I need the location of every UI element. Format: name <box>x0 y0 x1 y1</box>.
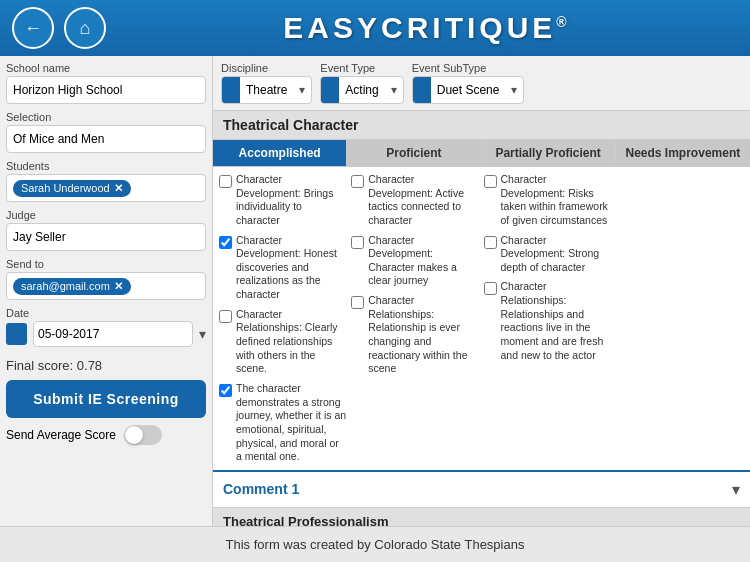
event-subtype-swatch <box>413 77 431 103</box>
school-input[interactable] <box>6 76 206 104</box>
home-icon: ⌂ <box>80 18 91 39</box>
student-tag-name: Sarah Underwood <box>21 182 110 194</box>
discipline-value: Theatre <box>240 83 293 97</box>
criteria-checkbox[interactable] <box>484 236 497 249</box>
criteria-item: Character Development: Strong depth of c… <box>484 234 612 275</box>
criteria-text: Character Development: Active tactics co… <box>368 173 479 228</box>
criteria-item: Character Development: Brings individual… <box>219 173 347 228</box>
criteria-checkbox[interactable] <box>219 236 232 249</box>
school-label: School name <box>6 62 206 74</box>
event-subtype-value: Duet Scene <box>431 83 506 97</box>
final-score: Final score: 0.78 <box>6 358 206 373</box>
criteria-checkbox[interactable] <box>351 175 364 188</box>
criteria-text: Character Relationships: Relationship is… <box>368 294 479 376</box>
criteria-checkbox[interactable] <box>351 296 364 309</box>
event-type-group: Event Type Acting ▾ <box>320 62 403 104</box>
discipline-group: Discipline Theatre ▾ <box>221 62 312 104</box>
date-label: Date <box>6 307 206 319</box>
discipline-selector[interactable]: Theatre ▾ <box>221 76 312 104</box>
date-row: ▾ <box>6 321 206 347</box>
event-type-chevron-icon[interactable]: ▾ <box>385 83 403 97</box>
app-title: EASYCRITIQUE® <box>116 11 738 45</box>
student-tag: Sarah Underwood ✕ <box>13 180 131 197</box>
date-chevron-icon[interactable]: ▾ <box>199 326 206 342</box>
criteria-checkbox[interactable] <box>219 175 232 188</box>
students-tag-container[interactable]: Sarah Underwood ✕ <box>6 174 206 202</box>
criteria-text: Character Development: Risks taken withi… <box>501 173 612 228</box>
criteria-text: Character Development: Brings individual… <box>236 173 347 228</box>
criteria-checkbox[interactable] <box>219 384 232 397</box>
score-tabs: Accomplished Proficient Partially Profic… <box>213 140 750 167</box>
send-to-tag-container[interactable]: sarah@gmail.com ✕ <box>6 272 206 300</box>
criteria-text: Character Development: Strong depth of c… <box>501 234 612 275</box>
selection-field-group: Selection <box>6 111 206 153</box>
date-swatch <box>6 323 27 345</box>
body-area: School name Selection Students Sarah Und… <box>0 56 750 526</box>
criteria-text: The character demonstrates a strong jour… <box>236 382 347 464</box>
date-field-group: Date ▾ <box>6 307 206 347</box>
send-to-tag-email: sarah@gmail.com <box>21 280 110 292</box>
judge-label: Judge <box>6 209 206 221</box>
tab-accomplished[interactable]: Accomplished <box>213 140 347 166</box>
discipline-chevron-icon[interactable]: ▾ <box>293 83 311 97</box>
judge-input[interactable] <box>6 223 206 251</box>
send-avg-label: Send Average Score <box>6 428 116 442</box>
tab-partially-proficient[interactable]: Partially Proficient <box>482 140 616 166</box>
professionalism-section: Theatrical Professionalism Accomplished … <box>213 507 750 526</box>
discipline-swatch <box>222 77 240 103</box>
tab-needs-improvement[interactable]: Needs Improvement <box>616 140 750 166</box>
event-subtype-label: Event SubType <box>412 62 525 74</box>
send-to-label: Send to <box>6 258 206 270</box>
criteria-text: Character Development: Honest discoverie… <box>236 234 347 302</box>
back-icon: ← <box>24 18 42 39</box>
criteria-item: Character Relationships: Relationships a… <box>484 280 612 362</box>
event-type-label: Event Type <box>320 62 403 74</box>
event-subtype-chevron-icon[interactable]: ▾ <box>505 83 523 97</box>
criteria-text: Character Development: Character makes a… <box>368 234 479 289</box>
date-input[interactable] <box>33 321 193 347</box>
app-wrapper: ← ⌂ EASYCRITIQUE® School name Selection … <box>0 0 750 562</box>
send-to-tag-remove[interactable]: ✕ <box>114 280 123 293</box>
registered-symbol: ® <box>556 14 570 30</box>
back-button[interactable]: ← <box>12 7 54 49</box>
tab-proficient[interactable]: Proficient <box>347 140 481 166</box>
event-type-swatch <box>321 77 339 103</box>
criteria-item: Character Development: Risks taken withi… <box>484 173 612 228</box>
discipline-label: Discipline <box>221 62 312 74</box>
scrollable-content: Theatrical Character Accomplished Profic… <box>213 111 750 526</box>
send-to-field-group: Send to sarah@gmail.com ✕ <box>6 258 206 300</box>
selection-input[interactable] <box>6 125 206 153</box>
comment1-row[interactable]: Comment 1 ▾ <box>213 470 750 507</box>
criteria-text: Character Relationships: Relationships a… <box>501 280 612 362</box>
criteria-item: Character Relationships: Relationship is… <box>351 294 479 376</box>
left-sidebar: School name Selection Students Sarah Und… <box>0 56 213 526</box>
event-subtype-selector[interactable]: Duet Scene ▾ <box>412 76 525 104</box>
students-field-group: Students Sarah Underwood ✕ <box>6 160 206 202</box>
professionalism-title: Theatrical Professionalism <box>213 508 750 526</box>
comment1-label: Comment 1 <box>223 481 732 497</box>
students-label: Students <box>6 160 206 172</box>
send-avg-row: Send Average Score <box>6 425 206 445</box>
criteria-item: Character Development: Honest discoverie… <box>219 234 347 302</box>
criteria-checkbox[interactable] <box>484 175 497 188</box>
footer: This form was created by Colorado State … <box>0 526 750 562</box>
criteria-item: Character Development: Character makes a… <box>351 234 479 289</box>
event-type-selector[interactable]: Acting ▾ <box>320 76 403 104</box>
right-panel: Discipline Theatre ▾ Event Type Acting ▾ <box>213 56 750 526</box>
selection-label: Selection <box>6 111 206 123</box>
home-button[interactable]: ⌂ <box>64 7 106 49</box>
criteria-item: Character Development: Active tactics co… <box>351 173 479 228</box>
criteria-item: Character Relationships: Clearly defined… <box>219 308 347 376</box>
send-avg-toggle[interactable] <box>124 425 162 445</box>
criteria-item: The character demonstrates a strong jour… <box>219 382 347 464</box>
criteria-checkbox[interactable] <box>219 310 232 323</box>
student-tag-remove[interactable]: ✕ <box>114 182 123 195</box>
event-type-value: Acting <box>339 83 384 97</box>
criteria-checkbox[interactable] <box>351 236 364 249</box>
title-text: EASYCRITIQUE <box>283 11 556 44</box>
criteria-checkbox[interactable] <box>484 282 497 295</box>
event-subtype-group: Event SubType Duet Scene ▾ <box>412 62 525 104</box>
footer-text: This form was created by Colorado State … <box>226 537 525 552</box>
toggle-knob <box>125 426 143 444</box>
submit-button[interactable]: Submit IE Screening <box>6 380 206 418</box>
